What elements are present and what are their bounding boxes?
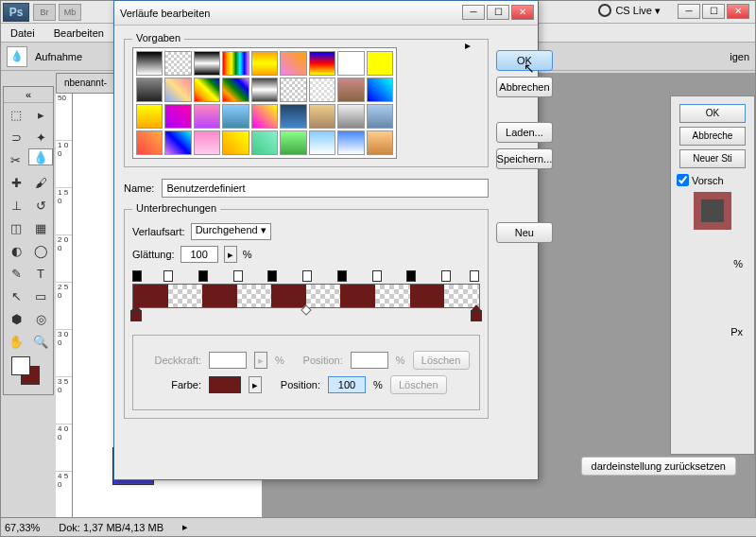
color-position-input[interactable] — [328, 376, 366, 393]
preset-swatch[interactable] — [337, 51, 364, 76]
opacity-stop[interactable] — [233, 270, 243, 282]
gradient-bar[interactable] — [132, 270, 480, 327]
direct-select-tool[interactable]: ↖ — [4, 285, 28, 307]
eraser-tool[interactable]: ◫ — [4, 217, 28, 239]
status-arrow-icon[interactable]: ▸ — [182, 521, 188, 533]
preset-swatch[interactable] — [337, 130, 364, 155]
load-button[interactable]: Laden... — [496, 122, 554, 143]
dialog-minimize-button[interactable]: ─ — [462, 5, 485, 20]
dialog-close-button[interactable]: ✕ — [511, 5, 534, 20]
preset-swatch[interactable] — [164, 78, 191, 102]
preset-swatch[interactable] — [367, 78, 393, 102]
stamp-tool[interactable]: ⊥ — [4, 194, 28, 217]
tools-collapse-icon[interactable]: « — [4, 87, 53, 103]
preset-swatch[interactable] — [136, 78, 163, 102]
style-cancel-button[interactable]: Abbreche — [679, 127, 746, 146]
blur-tool[interactable]: ◐ — [4, 239, 28, 262]
heal-tool[interactable]: ✚ — [4, 171, 28, 194]
opacity-stop[interactable] — [132, 270, 142, 282]
wand-tool[interactable]: ✦ — [28, 126, 53, 148]
save-button[interactable]: Speichern... — [496, 148, 554, 169]
3d-tool[interactable]: ⬢ — [4, 307, 28, 330]
path-select-tool[interactable]: ▸ — [28, 103, 53, 126]
opacity-stop[interactable] — [406, 270, 416, 282]
opacity-stop[interactable] — [267, 270, 277, 282]
cs-live-menu[interactable]: CS Live ▾ — [598, 4, 661, 17]
color-stop[interactable] — [471, 310, 482, 323]
document-tab[interactable]: nbenannt- — [56, 73, 115, 94]
ok-button[interactable]: OK ↖ — [496, 50, 554, 71]
crop-tool[interactable]: ✂ — [4, 148, 28, 171]
preset-swatch[interactable] — [222, 51, 249, 76]
opacity-stop[interactable] — [470, 270, 479, 282]
preset-swatch[interactable] — [164, 104, 191, 129]
preset-swatch[interactable] — [194, 51, 220, 76]
preset-swatch[interactable] — [337, 104, 364, 129]
preset-swatch[interactable] — [367, 104, 393, 129]
preset-swatch[interactable] — [194, 78, 220, 102]
shape-tool[interactable]: ▭ — [28, 285, 53, 307]
preset-swatch[interactable] — [367, 51, 393, 76]
opacity-stop[interactable] — [337, 270, 347, 282]
new-button[interactable]: Neu — [496, 222, 554, 243]
preset-swatch[interactable] — [222, 78, 249, 102]
preset-swatch[interactable] — [222, 130, 249, 155]
type-tool[interactable]: T — [28, 262, 53, 285]
smoothness-stepper[interactable]: ▸ — [224, 246, 237, 263]
maximize-button[interactable]: ☐ — [702, 4, 725, 19]
color-menu-icon[interactable]: ▸ — [249, 376, 262, 393]
preset-swatch[interactable] — [251, 78, 278, 102]
presets-menu-icon[interactable]: ▸ — [465, 39, 471, 52]
dialog-maximize-button[interactable]: ☐ — [487, 5, 509, 20]
eyedropper-tool[interactable]: 💧 — [28, 148, 53, 165]
menu-datei[interactable]: Datei — [10, 27, 35, 39]
preview-checkbox[interactable]: Vorsch — [677, 174, 748, 186]
zoom-level[interactable]: 67,33% — [5, 522, 40, 533]
preset-swatch[interactable] — [280, 130, 306, 155]
color-stop[interactable] — [130, 310, 142, 323]
history-brush-tool[interactable]: ↺ — [28, 194, 53, 217]
dialog-title-bar[interactable]: Verläufe bearbeiten ─ ☐ ✕ — [114, 1, 538, 26]
preset-swatch[interactable] — [164, 130, 191, 155]
foreground-swatch[interactable] — [11, 356, 30, 375]
preset-swatch[interactable] — [280, 51, 306, 76]
minimize-button[interactable]: ─ — [678, 4, 700, 19]
smoothness-input[interactable] — [180, 246, 218, 263]
preset-swatch[interactable] — [251, 104, 278, 129]
color-well[interactable] — [209, 376, 241, 393]
preset-swatch[interactable] — [136, 104, 163, 129]
name-input[interactable] — [162, 179, 488, 198]
reset-defaults-button[interactable]: dardeinstellung zurücksetzen — [581, 457, 736, 476]
opacity-stop[interactable] — [198, 270, 208, 282]
opacity-stop[interactable] — [441, 270, 451, 282]
hand-tool[interactable]: ✋ — [4, 330, 28, 353]
opacity-stop[interactable] — [302, 270, 312, 282]
preset-swatch[interactable] — [280, 78, 306, 102]
gradient-type-select[interactable]: Durchgehend ▾ — [191, 223, 271, 240]
preset-swatch[interactable] — [309, 51, 335, 76]
move-tool[interactable]: ⬚ — [4, 103, 28, 126]
preset-swatch[interactable] — [251, 51, 278, 76]
camera-tool[interactable]: ◎ — [28, 307, 53, 330]
preset-swatch[interactable] — [309, 104, 335, 129]
style-ok-button[interactable]: OK — [679, 104, 746, 123]
preset-swatch[interactable] — [309, 78, 335, 102]
preset-swatch[interactable] — [222, 104, 249, 129]
preset-swatch[interactable] — [367, 130, 393, 155]
preset-swatch[interactable] — [194, 130, 220, 155]
preset-swatch[interactable] — [280, 104, 306, 129]
close-button[interactable]: ✕ — [727, 4, 749, 19]
gradient-tool[interactable]: ▦ — [28, 217, 53, 239]
preset-swatch[interactable] — [251, 130, 278, 155]
opacity-stop[interactable] — [372, 270, 382, 282]
dodge-tool[interactable]: ◯ — [28, 239, 53, 262]
zoom-tool[interactable]: 🔍 — [28, 330, 53, 353]
preset-swatch[interactable] — [164, 51, 191, 76]
preset-swatch[interactable] — [309, 130, 335, 155]
doc-size[interactable]: Dok: 1,37 MB/4,13 MB — [59, 522, 163, 533]
pen-tool[interactable]: ✎ — [4, 262, 28, 285]
preset-swatch[interactable] — [136, 51, 163, 76]
preset-swatch[interactable] — [194, 104, 220, 129]
cancel-button[interactable]: Abbrechen — [496, 77, 554, 97]
mb-button[interactable]: Mb — [59, 4, 81, 21]
